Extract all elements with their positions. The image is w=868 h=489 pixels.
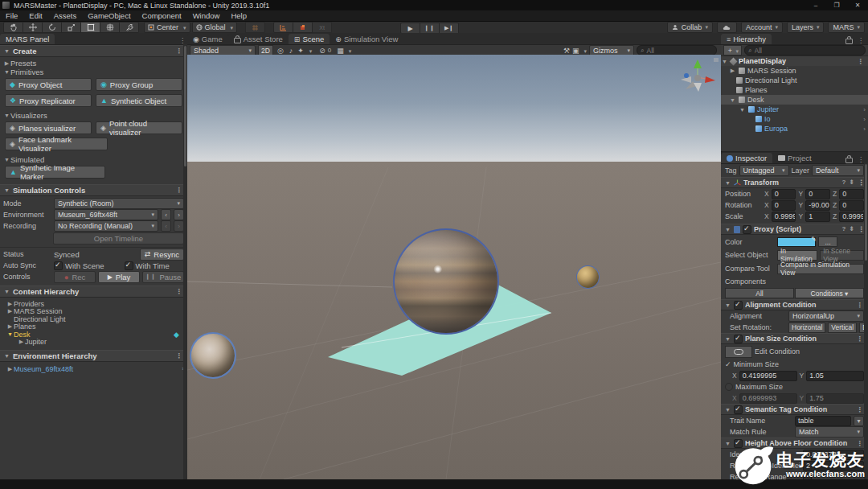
help-icon[interactable]: ? [841,225,845,233]
play-button[interactable]: ▶ [400,23,420,34]
snap-move-icon[interactable] [273,22,293,33]
synthetic-image-marker-button[interactable]: ▲Synthetic Image Marker [5,166,105,179]
inspector-scrollbar[interactable] [864,162,868,479]
hier-item-jupiter[interactable]: ▼Jupiter› [721,105,868,114]
orientation-gizmo[interactable] [681,60,715,92]
snap-scale-tool[interactable]: Xt [313,22,332,33]
jupiter-planet[interactable] [393,228,499,335]
hier-item-mars-session[interactable]: ▶MARS Session [721,66,868,76]
presets-icon[interactable]: ⇟ [849,179,854,187]
snap-rotate-icon[interactable] [293,22,313,33]
with-time-checkbox[interactable] [125,261,133,270]
min-x-field[interactable]: 0.4199995 [739,371,797,381]
position-z-field[interactable]: 0 [839,189,864,199]
account-dropdown[interactable]: Account [741,22,783,33]
pivot-toggle-button[interactable]: Center [144,22,190,33]
menu-component[interactable]: Component [137,11,187,20]
scale-tool-button[interactable] [62,22,81,33]
position-x-field[interactable]: 0 [772,189,796,199]
presets-icon[interactable]: ⇟ [849,225,854,233]
content-item-planes[interactable]: ▶Planes [6,323,184,331]
environment-prev-button[interactable]: ‹ [161,209,171,220]
tag-dropdown[interactable]: Untagged [739,165,789,176]
hidden-objects-icon[interactable]: ⊘ [314,47,326,55]
lighting-toggle-icon[interactable]: ◎ [276,47,285,55]
alignment-condition-header[interactable]: ▼ Alignment Condition ⋮ [721,299,868,310]
trait-name-field[interactable]: table [795,416,851,426]
semantic-tag-condition-header[interactable]: ▼ Semantic Tag Condition ⋮ [721,404,868,415]
minimize-button[interactable]: – [805,0,826,10]
proxy-replicator-button[interactable]: ❖Proxy Replicator [5,94,92,107]
rec-button[interactable]: ●Rec [54,271,96,283]
proxy-object-button[interactable]: ◆Proxy Object [5,78,92,91]
menu-gameobject[interactable]: GameObject [82,11,136,20]
hand-tool-button[interactable] [3,22,23,33]
environment-hierarchy-header[interactable]: ▼Environment Hierarchy ⋮ [0,350,187,362]
height-enabled-checkbox[interactable] [734,439,743,448]
tab-inspector[interactable]: Inspector [721,153,772,163]
scale-x-field[interactable]: 0.9999 [772,212,796,222]
tab-hierarchy[interactable]: ≡Hierarchy [721,34,772,44]
close-button[interactable]: ✕ [847,0,868,10]
presets-foldout[interactable]: ▶Presets [0,59,187,68]
tab-game[interactable]: ◉Game [187,34,228,44]
face-landmark-visualizer-button[interactable]: ◈Face Landmark Visualizer [5,138,108,150]
env-item-museum[interactable]: ▶Museum_69ftx48ft › [6,365,184,373]
proxy-script-header[interactable]: ▼ Proxy (Script) ? ⇟ ⋮ [721,224,868,235]
edit-condition-button[interactable] [725,346,752,358]
range-field[interactable]: 2 [803,461,864,471]
environment-dropdown[interactable]: Museum_69ftx48ft [54,209,158,220]
components-all-button[interactable]: All [725,288,794,298]
camera-dropdown-icon[interactable] [581,46,587,55]
lock-icon[interactable] [845,39,853,44]
prefab-arrow-icon[interactable]: › [863,106,866,113]
lock-icon[interactable] [845,158,853,163]
help-icon[interactable]: ? [841,179,845,187]
tools-overlay-icon[interactable]: ⚒ [563,47,570,55]
content-item-mars-session[interactable]: ▶MARS Session [6,308,184,316]
match-rule-dropdown[interactable]: Match [795,426,864,438]
menu-help[interactable]: Help [225,11,252,20]
proxy-group-button[interactable]: ◉Proxy Group [96,78,182,91]
synthetic-object-button[interactable]: ▲Synthetic Object [96,94,182,107]
transform-header[interactable]: ▼ Transform ? ⇟ ⋮ [721,177,868,188]
prefab-arrow-icon[interactable]: › [863,125,866,133]
content-item-jupiter[interactable]: ▶Jupiter [6,339,184,347]
color-swatch[interactable]: ✎ [777,237,816,247]
pause-button[interactable]: ❙❙ [420,23,440,34]
tab-asset-store[interactable]: Asset Store [228,34,289,44]
recording-prev-button[interactable]: ‹ [161,220,171,232]
layout-dropdown[interactable]: MARS [828,22,865,33]
min-size-check-icon[interactable]: ✓ [725,360,731,368]
effects-dropdown-icon[interactable] [307,46,313,55]
planes-visualizer-button[interactable]: ◈Planes visualizer [5,121,92,134]
scale-z-field[interactable]: 0.9999 [839,212,864,222]
menu-edit[interactable]: Edit [23,11,47,20]
scene-menu-icon[interactable]: ⋮ [856,58,866,65]
scale-y-field[interactable]: 1 [805,212,830,222]
grid-snap-icon[interactable] [245,22,265,33]
point-cloud-visualizer-button[interactable]: ◈Point cloud visualizer [96,121,182,134]
panel-menu-icon[interactable]: ⋮ [178,37,187,44]
rect-tool-button[interactable] [81,22,100,33]
custom-tool-button[interactable] [120,22,139,33]
sim-pause-button[interactable]: ❙❙Pause [142,271,184,283]
components-conditions-button[interactable]: Conditions ▾ [795,288,864,298]
europa-planet[interactable] [190,332,236,379]
gizmo-lock-icon[interactable] [714,58,719,62]
transform-tool-button[interactable] [100,22,120,33]
rotation-y-field[interactable]: -90.00 [805,200,830,211]
height-condition-header[interactable]: ▼ Height Above Floor Condition ⋮ [721,438,868,449]
semantic-enabled-checkbox[interactable] [734,405,743,414]
layer-dropdown[interactable]: Default [812,165,864,176]
compare-button[interactable]: Compare in Simulation View [777,264,864,274]
hier-item-desk[interactable]: ▼Desk [721,95,868,105]
eyedropper-icon[interactable]: ✎ [811,236,817,243]
create-section-header[interactable]: ▼ Create ⋮ [0,45,187,57]
rotate-tool-button[interactable] [43,22,62,33]
plane-size-condition-header[interactable]: ▼ Plane Size Condition ⋮ [721,333,868,344]
min-y-field[interactable]: 1.05 [806,371,864,381]
grid-visibility-icon[interactable]: ▦ [334,47,344,55]
alignment-dropdown[interactable]: HorizontalUp [788,310,864,322]
tab-mars-panel[interactable]: MARS Panel [0,34,55,44]
